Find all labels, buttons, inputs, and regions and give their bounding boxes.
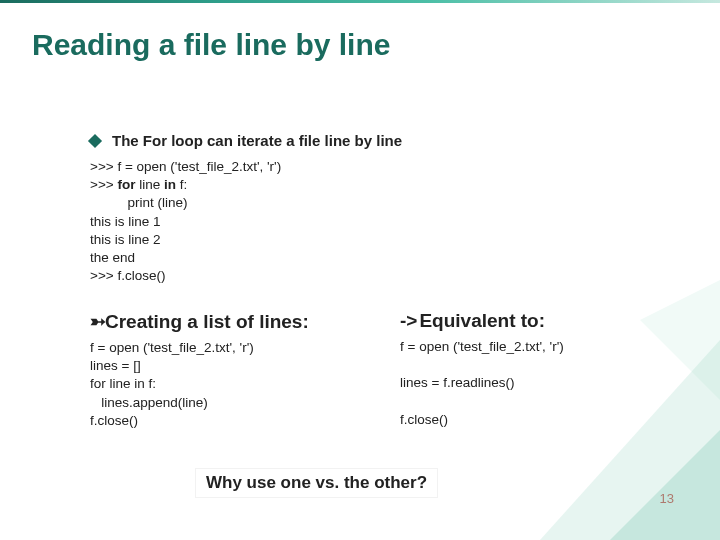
- bullet-item-1: The For loop can iterate a file line by …: [90, 132, 402, 149]
- code-keyword: for: [117, 177, 135, 192]
- code-text: f:: [176, 177, 187, 192]
- code-line: f.close(): [400, 411, 660, 429]
- code-line: >>> f.close(): [90, 267, 281, 285]
- left-column: ➳Creating a list of lines: f = open ('te…: [90, 310, 390, 430]
- right-code-block: f = open ('test_file_2.txt', 'r') lines …: [400, 338, 660, 429]
- code-line: this is line 2: [90, 231, 281, 249]
- right-heading-text: Equivalent to:: [419, 310, 545, 331]
- left-heading-text: Creating a list of lines:: [105, 311, 309, 332]
- code-line: lines.append(line): [90, 394, 390, 412]
- code-line: >>> for line in f:: [90, 176, 281, 194]
- page-number: 13: [660, 491, 674, 506]
- right-column: ->Equivalent to: f = open ('test_file_2.…: [390, 310, 660, 430]
- bullet-text-1: The For loop can iterate a file line by …: [112, 132, 402, 149]
- code-line: lines = f.readlines(): [400, 374, 660, 392]
- top-accent-line: [0, 0, 720, 3]
- code-text: >>>: [90, 177, 117, 192]
- code-line: lines = []: [90, 357, 390, 375]
- arrow-icon: ->: [400, 310, 417, 331]
- squiggle-icon: ➳: [90, 310, 103, 333]
- code-line: f = open ('test_file_2.txt', 'r'): [400, 338, 660, 356]
- code-line: this is line 1: [90, 213, 281, 231]
- svg-marker-1: [610, 430, 720, 540]
- code-line: f.close(): [90, 412, 390, 430]
- code-text: line: [135, 177, 164, 192]
- left-code-block: f = open ('test_file_2.txt', 'r') lines …: [90, 339, 390, 430]
- question-callout: Why use one vs. the other?: [195, 468, 438, 498]
- code-line: f = open ('test_file_2.txt', 'r'): [90, 339, 390, 357]
- two-column-section: ➳Creating a list of lines: f = open ('te…: [90, 310, 660, 430]
- slide-title: Reading a file line by line: [32, 28, 390, 62]
- code-line: >>> f = open ('test_file_2.txt', 'r'): [90, 158, 281, 176]
- code-line: the end: [90, 249, 281, 267]
- code-line: [400, 393, 660, 411]
- code-keyword: in: [164, 177, 176, 192]
- code-line: for line in f:: [90, 375, 390, 393]
- code-line: [400, 356, 660, 374]
- right-heading: ->Equivalent to:: [400, 310, 660, 332]
- code-block-1: >>> f = open ('test_file_2.txt', 'r') >>…: [90, 158, 281, 286]
- left-heading: ➳Creating a list of lines:: [90, 310, 390, 333]
- code-line: print (line): [90, 194, 281, 212]
- diamond-bullet-icon: [88, 133, 102, 147]
